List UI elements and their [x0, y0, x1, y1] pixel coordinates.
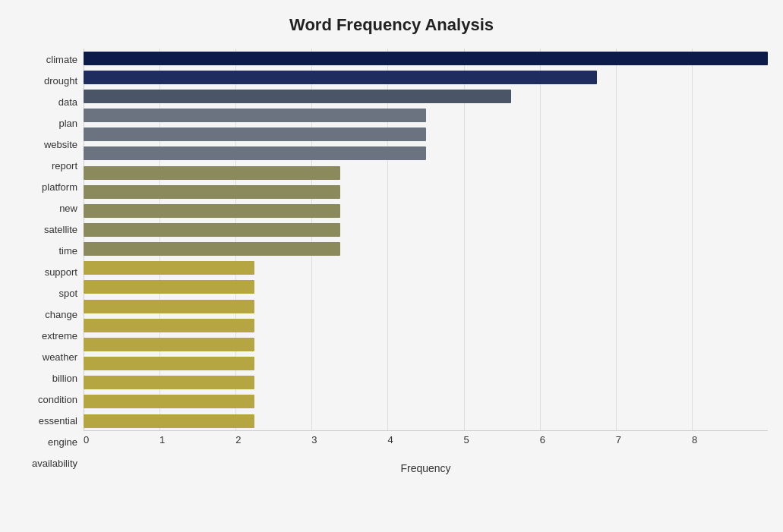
bar-row: [84, 411, 768, 430]
y-label: website: [44, 140, 77, 150]
bar: [84, 223, 340, 237]
bar-row: [84, 68, 768, 87]
bar-row: [84, 144, 768, 163]
bar: [84, 90, 511, 103]
y-label: new: [59, 203, 77, 213]
y-label: condition: [38, 395, 77, 405]
x-axis-label: Frequency: [84, 462, 768, 474]
bar-row: [84, 278, 768, 297]
bar-row: [84, 125, 768, 144]
x-tick: 5: [464, 434, 540, 445]
y-label: support: [45, 267, 77, 277]
bar-row: [84, 87, 768, 105]
bar-row: [84, 335, 768, 354]
bar-row: [84, 259, 768, 278]
x-tick: 6: [540, 434, 616, 445]
x-tick: 0: [84, 434, 159, 445]
x-tick: 4: [387, 434, 463, 445]
bar: [84, 414, 254, 428]
bar-row: [84, 240, 768, 259]
bar: [84, 204, 340, 218]
bar: [84, 376, 254, 389]
y-label: billion: [52, 373, 77, 383]
chart-container: Word Frequency Analysis climatedroughtda…: [0, 0, 783, 532]
y-label: platform: [42, 182, 77, 192]
y-labels: climatedroughtdataplanwebsitereportplatf…: [15, 49, 84, 474]
x-tick: 8: [692, 434, 768, 445]
bars-and-xaxis: 012345678 Frequency: [84, 49, 768, 474]
bar: [84, 338, 254, 351]
y-label: engine: [48, 437, 77, 447]
y-label: report: [52, 161, 77, 171]
y-label: drought: [44, 76, 77, 86]
y-label: data: [58, 97, 77, 107]
bar-row: [84, 316, 768, 335]
bar-row: [84, 392, 768, 411]
bars-area: [84, 49, 768, 430]
bar: [84, 127, 426, 141]
bar: [84, 109, 426, 122]
bars-rows: [84, 49, 768, 430]
bar-row: [84, 163, 768, 182]
bar: [84, 71, 597, 84]
bar-row: [84, 49, 768, 68]
bar: [84, 185, 340, 199]
chart-area: climatedroughtdataplanwebsitereportplatf…: [15, 49, 768, 474]
bar: [84, 166, 340, 180]
y-label: climate: [46, 55, 77, 65]
y-label: plan: [58, 118, 77, 128]
bar: [84, 357, 254, 370]
bar: [84, 52, 768, 65]
y-label: extreme: [42, 331, 77, 341]
y-label: time: [58, 246, 77, 256]
bar: [84, 146, 426, 160]
bar-row: [84, 182, 768, 201]
bar: [84, 242, 340, 256]
y-label: satellite: [44, 225, 77, 235]
x-tick: 3: [311, 434, 387, 445]
y-label: spot: [58, 288, 77, 298]
bar-row: [84, 220, 768, 239]
bar-row: [84, 201, 768, 220]
bar-row: [84, 373, 768, 392]
bar: [84, 261, 254, 275]
y-label: essential: [39, 416, 77, 426]
y-label: change: [45, 310, 77, 320]
y-label: weather: [43, 352, 77, 362]
bar: [84, 300, 254, 313]
y-label: availability: [32, 458, 77, 468]
bar: [84, 280, 254, 294]
x-ticks: 012345678: [84, 431, 768, 461]
bar: [84, 319, 254, 332]
x-tick: 2: [235, 434, 311, 445]
bar-row: [84, 297, 768, 316]
bar-row: [84, 105, 768, 124]
bar: [84, 395, 254, 408]
x-tick: 1: [159, 434, 235, 445]
chart-title: Word Frequency Analysis: [15, 15, 768, 35]
x-tick: 7: [616, 434, 692, 445]
bar-row: [84, 354, 768, 373]
x-axis: 012345678: [84, 430, 768, 461]
